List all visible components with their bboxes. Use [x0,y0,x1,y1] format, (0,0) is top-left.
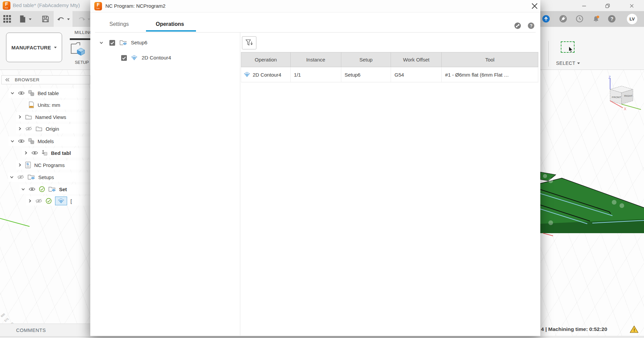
support-phone-icon[interactable] [514,22,521,29]
column-header-setup[interactable]: Setup [341,52,391,67]
toolbar-account-cluster: LV [540,11,644,27]
operation-diamond-icon [244,72,250,77]
mouse-cursor-icon [568,46,574,53]
window-close-button[interactable] [628,2,635,9]
folder-icon [36,126,42,131]
chevron-right-icon[interactable] [18,127,22,131]
browser-item-label: Bed table [38,90,59,96]
column-header-work-offset[interactable]: Work Offset [391,52,442,67]
setup-folder-icon [28,174,35,180]
chevron-right-icon[interactable] [18,163,22,167]
column-header-tool[interactable]: Tool [442,52,538,67]
chevron-down-icon[interactable] [99,41,103,45]
operation-diamond-icon [131,55,137,60]
browser-item-label: NC Programs [34,162,65,168]
setup-tool-button[interactable]: SETUP [69,41,90,68]
browser-header[interactable]: BROWSER [1,75,90,84]
data-panel-grid-button[interactable] [3,15,11,23]
chevron-right-icon[interactable] [18,115,22,119]
view-cube-front-label: FRONT [612,96,621,99]
operation-checkbox-checked[interactable] [121,55,127,61]
tree-setup-label: Setup6 [131,40,147,46]
extensions-icon[interactable] [559,15,567,23]
chevron-right-icon[interactable] [28,199,32,203]
table-row[interactable]: 2D Contour4 1/1 Setup6 G54 #1 - Ø6mm fla… [241,67,538,82]
eye-visible-icon[interactable] [29,187,36,192]
workspace-label: MANUFACTURE [11,45,51,50]
setup-folder-icon [119,40,127,46]
cell-operation: 2D Contour4 [241,67,291,82]
save-button[interactable] [42,15,49,23]
folder-icon [25,114,32,120]
workspace-caret-icon [54,47,57,48]
axis-x-label: X [624,107,627,111]
chevron-down-icon[interactable] [21,187,25,191]
fusion-app-window: 600 575 600 Z F [0,0,644,338]
chevron-down-icon[interactable] [10,175,14,179]
selected-operation-highlight[interactable] [55,197,67,205]
eye-visible-icon[interactable] [18,139,25,143]
fusion-logo-icon: F fus [3,1,10,10]
setup-folder-icon [48,186,56,192]
tab-settings[interactable]: Settings [109,21,129,27]
setup-checkbox-checked[interactable] [109,40,115,46]
gcode-document-icon [25,162,31,168]
window-restore-button[interactable] [604,2,611,9]
collapse-panel-icon[interactable] [5,78,10,82]
eye-hidden-icon[interactable] [25,126,32,131]
machining-time-status: 4 | Machining time: 0:52:20 [541,326,607,332]
cell-operation-text: 2D Contour4 [253,72,281,78]
file-menu-button[interactable] [19,15,27,23]
undo-button[interactable] [57,16,65,22]
view-cube[interactable]: Z FRONT RIGHT X [601,75,643,111]
account-avatar[interactable]: LV [627,14,637,24]
dialog-close-icon[interactable] [532,3,538,9]
dialog-titlebar[interactable]: F fus NC Program: NCProgram2 [90,0,540,12]
column-header-instance[interactable]: Instance [291,52,341,67]
comments-bar[interactable]: COMMENTS [0,324,90,337]
cell-work-offset: G54 [391,67,442,82]
workspace-switcher-button[interactable]: MANUFACTURE [6,33,62,62]
nc-program-dialog: F fus NC Program: NCProgram2 Settings Op… [90,0,540,336]
undo-menu-caret-icon[interactable] [67,18,70,20]
check-circle-icon [46,198,52,204]
redo-button[interactable] [78,16,86,22]
eye-visible-icon[interactable] [31,151,38,155]
redo-menu-caret-icon[interactable] [88,18,90,20]
chevron-down-icon[interactable] [10,139,14,143]
viewport-canvas-right[interactable]: Z FRONT RIGHT X [540,70,644,338]
chevron-down-icon[interactable] [10,91,14,95]
bottom-status-strip [0,336,644,338]
setup-tool-label: SETUP [75,60,89,65]
window-minimize-button[interactable] [581,2,587,9]
file-menu-caret-icon[interactable] [29,18,32,20]
units-document-icon [29,101,34,108]
browser-item-label: Units: mm [38,102,60,108]
dialog-tree-operation-row[interactable]: 2D Contour4 [121,53,171,62]
notifications-bell-icon[interactable] [592,15,600,23]
select-caret-icon [577,62,580,64]
grounded-body-anchor-icon [42,150,48,156]
browser-item-label: Bed tabl [51,150,71,156]
tabs-separator [95,32,536,33]
browser-title: BROWSER [15,77,40,82]
tab-operations[interactable]: Operations [156,21,184,27]
dialog-title: NC Program: NCProgram2 [105,3,165,9]
job-status-icon[interactable] [542,15,550,23]
chevron-right-icon[interactable] [24,151,28,155]
help-icon[interactable] [608,15,616,23]
job-history-clock-icon[interactable] [576,15,584,23]
eye-hidden-icon[interactable] [17,175,24,179]
select-tool-button[interactable]: SELECT [556,60,580,66]
eye-hidden-icon[interactable] [35,199,42,203]
eye-visible-icon[interactable] [18,91,25,95]
dialog-help-icon[interactable] [528,22,535,29]
browser-item-label: Setups [38,174,54,180]
tool-filter-button[interactable] [242,36,256,49]
operation-diamond-icon [58,198,64,204]
warning-icon[interactable] [630,325,639,333]
cell-setup: Setup6 [341,67,391,82]
dialog-tree-setup-row[interactable]: Setup6 [99,38,147,47]
column-header-operation[interactable]: Operation [241,52,291,67]
tree-operation-label: 2D Contour4 [142,55,171,61]
